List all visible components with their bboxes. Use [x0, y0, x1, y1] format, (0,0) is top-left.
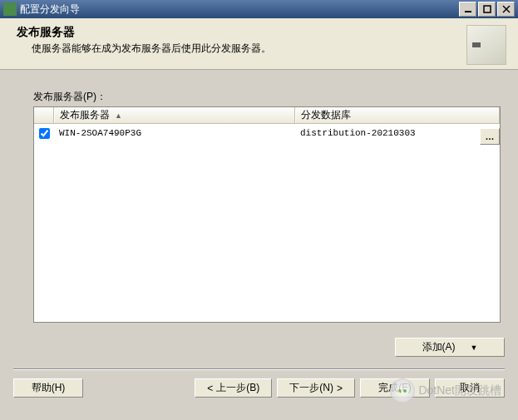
column-database-label: 分发数据库 [301, 108, 351, 122]
wizard-header: 发布服务器 使服务器能够在成为发布服务器后使用此分发服务器。 [0, 18, 518, 70]
cell-database: distribution-20210303 [300, 128, 416, 138]
arrow-left-icon: < [207, 383, 213, 394]
arrow-right-icon: > [337, 383, 343, 394]
column-publisher-label: 发布服务器 [60, 108, 110, 122]
maximize-button[interactable] [478, 2, 496, 17]
publisher-table: 发布服务器 ▲ 分发数据库 WIN-2SOA7490P3G distributi… [33, 106, 501, 323]
minimize-button[interactable] [459, 2, 476, 17]
page-title: 发布服务器 [17, 25, 460, 40]
next-button-label: 下一步(N) [289, 381, 333, 395]
browse-database-button[interactable]: … [480, 128, 500, 145]
back-button[interactable]: < 上一步(B) [195, 378, 272, 398]
title-bar: 配置分发向导 [0, 0, 518, 18]
sort-ascending-icon: ▲ [115, 111, 122, 120]
help-button[interactable]: 帮助(H) [13, 378, 83, 398]
row-checkbox[interactable] [39, 128, 50, 139]
content-area: 发布服务器(P)： 发布服务器 ▲ 分发数据库 WIN-2SOA7490P3G … [0, 70, 518, 329]
table-header: 发布服务器 ▲ 分发数据库 [34, 107, 500, 124]
column-publisher[interactable]: 发布服务器 ▲ [54, 107, 295, 123]
add-button-row: 添加(A) ▼ [0, 329, 518, 363]
svg-rect-1 [484, 6, 491, 12]
next-button[interactable]: 下一步(N) > [277, 378, 355, 398]
back-button-label: 上一步(B) [216, 381, 259, 395]
column-checkbox[interactable] [34, 107, 54, 123]
help-button-label: 帮助(H) [32, 381, 66, 395]
window-title: 配置分发向导 [20, 2, 457, 17]
page-subtitle: 使服务器能够在成为发布服务器后使用此分发服务器。 [32, 42, 460, 56]
column-database[interactable]: 分发数据库 [295, 107, 500, 123]
wechat-icon [390, 378, 415, 403]
app-icon [3, 2, 17, 16]
add-button[interactable]: 添加(A) ▼ [395, 338, 505, 357]
table-row[interactable]: WIN-2SOA7490P3G distribution-20210303 … [34, 124, 500, 142]
chevron-down-icon: ▼ [471, 343, 478, 352]
window-controls [457, 2, 515, 17]
server-icon [466, 25, 506, 65]
add-button-label: 添加(A) [422, 340, 456, 354]
watermark-text: DotNet開发跳槽 [418, 383, 501, 398]
publisher-list-label: 发布服务器(P)： [33, 90, 505, 104]
close-button[interactable] [497, 2, 515, 17]
watermark: DotNet開发跳槽 [390, 378, 501, 403]
cell-publisher: WIN-2SOA7490P3G [54, 128, 295, 138]
